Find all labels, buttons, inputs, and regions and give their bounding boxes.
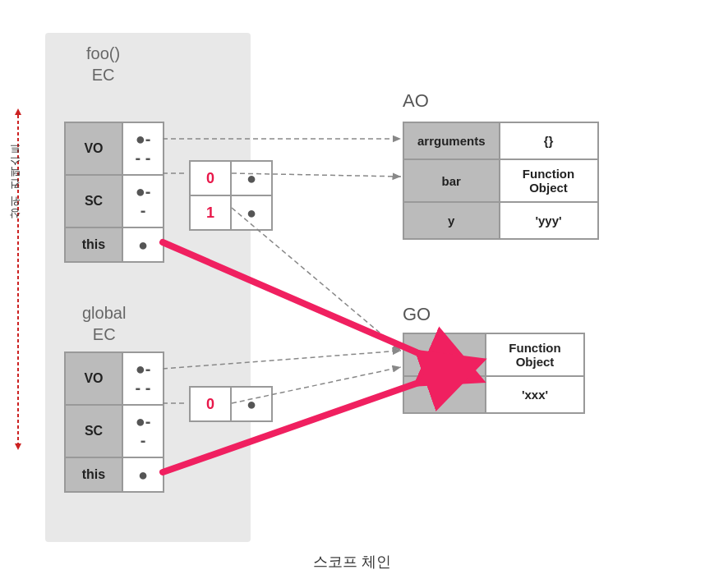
- svg-marker-2: [15, 443, 21, 450]
- ao-arguments-row: arrguments {}: [403, 122, 598, 159]
- global-sc-label: SC: [65, 405, 122, 457]
- go-x-val: 'xxx': [486, 376, 584, 413]
- foo-sc-num-1: 1: [190, 195, 231, 230]
- foo-sc-label: SC: [65, 175, 122, 227]
- foo-vo-dot: ●- - -: [122, 122, 164, 175]
- global-vo-row: VO ●- - -: [65, 352, 164, 405]
- global-this-row: this ●: [65, 457, 164, 492]
- svg-marker-1: [15, 108, 21, 115]
- global-ec-table: VO ●- - - SC ●- - this ●: [64, 351, 164, 493]
- foo-sc-num-0: 0: [190, 161, 231, 195]
- global-sc-chain: 0 ●: [189, 386, 273, 422]
- global-sc-num-0: 0: [190, 387, 231, 421]
- go-table: foo FunctionObject x 'xxx': [403, 333, 585, 414]
- foo-sc-dot: ●- -: [122, 175, 164, 227]
- foo-sc-dot-1: ●: [231, 195, 272, 230]
- foo-sc-chain: 0 ● 1 ●: [189, 160, 273, 231]
- go-x-key: x: [403, 376, 486, 413]
- go-foo-key: foo: [403, 333, 486, 376]
- foo-this-label: this: [65, 227, 122, 262]
- ao-y-val: 'yyy': [500, 202, 598, 239]
- ao-y-row: y 'yyy': [403, 202, 598, 239]
- side-label: 상위 컨텍스트: [7, 107, 30, 455]
- global-this-dot: ●: [122, 457, 164, 492]
- global-sc-dot-0: ●: [231, 387, 272, 421]
- go-foo-row: foo FunctionObject: [403, 333, 584, 376]
- ao-label: AO: [403, 90, 429, 112]
- foo-sc-item-1: 1 ●: [190, 195, 272, 230]
- ao-arguments-key: arrguments: [403, 122, 500, 159]
- global-sc-row: SC ●- -: [65, 405, 164, 457]
- foo-ec-table: VO ●- - - SC ●- - this ●: [64, 122, 164, 263]
- foo-sc-item-0: 0 ●: [190, 161, 272, 195]
- foo-this-row: this ●: [65, 227, 164, 262]
- foo-vo-label: VO: [65, 122, 122, 175]
- global-vo-label: VO: [65, 352, 122, 405]
- bottom-label: 스코프 체인: [313, 552, 391, 572]
- go-foo-val: FunctionObject: [486, 333, 584, 376]
- foo-sc-dot-0: ●: [231, 161, 272, 195]
- ao-y-key: y: [403, 202, 500, 239]
- foo-ec-label: foo()EC: [86, 43, 120, 85]
- diagram-container: 상위 컨텍스트 foo()EC VO ●- - - SC ●- - this ●…: [0, 0, 705, 588]
- global-this-label: this: [65, 457, 122, 492]
- go-label: GO: [403, 304, 431, 325]
- ao-bar-key: bar: [403, 159, 500, 202]
- foo-this-dot: ●: [122, 227, 164, 262]
- go-x-row: x 'xxx': [403, 376, 584, 413]
- global-sc-dot: ●- -: [122, 405, 164, 457]
- ao-bar-val: FunctionObject: [500, 159, 598, 202]
- ao-bar-row: bar FunctionObject: [403, 159, 598, 202]
- ao-table: arrguments {} bar FunctionObject y 'yyy': [403, 122, 599, 240]
- foo-sc-row: SC ●- -: [65, 175, 164, 227]
- foo-vo-row: VO ●- - -: [65, 122, 164, 175]
- ao-arguments-val: {}: [500, 122, 598, 159]
- global-ec-label: globalEC: [82, 302, 126, 345]
- global-vo-dot: ●- - -: [122, 352, 164, 405]
- global-sc-item-0: 0 ●: [190, 387, 272, 421]
- side-label-text: 상위 컨텍스트: [7, 148, 24, 227]
